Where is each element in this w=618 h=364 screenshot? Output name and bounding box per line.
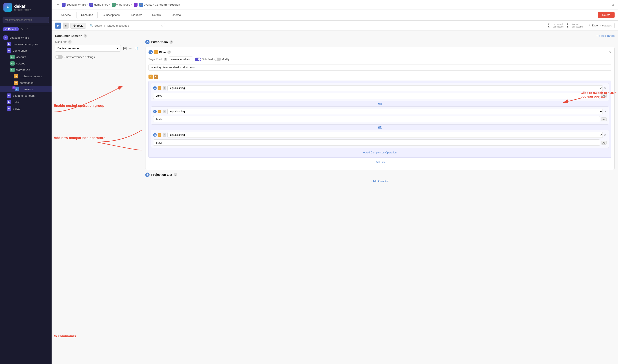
sidebar-logo: ✦ dekaf for Apache Pulsar™ [0, 0, 52, 15]
mini-grid-1[interactable]: ⠿ [163, 86, 166, 90]
aa-badge-2[interactable]: Aa [601, 117, 607, 121]
modify-label: Modify [222, 58, 229, 61]
p-badge: P [13, 86, 15, 89]
consumer-session-help[interactable]: ? [84, 34, 87, 38]
op-badge-orange[interactable]: ■ [154, 75, 158, 79]
search-input[interactable] [94, 24, 161, 27]
default-badge[interactable]: ⬡ Default [3, 27, 19, 31]
comp-close-1[interactable]: ✕ [604, 86, 607, 90]
or-separator-1[interactable]: OR [151, 103, 609, 105]
start-from-doc-icon[interactable]: 📄 [134, 46, 138, 51]
add-comp-op-button[interactable]: + Add Comparison Operation [151, 150, 609, 155]
target-field-row: Target Field ? message value ▾ Sub. fiel… [148, 56, 611, 62]
advanced-toggle-switch[interactable] [55, 55, 63, 59]
filter-header: ⏻ ! Filter ? ⠿ ✕ [148, 50, 611, 54]
sidebar-item-beautiful-whale[interactable]: te Beautiful Whale [0, 34, 52, 41]
mini-power-2[interactable]: ⏻ [153, 110, 157, 113]
mini-warn-1[interactable]: ! [158, 86, 161, 90]
mini-grid-2[interactable]: ⠿ [163, 110, 166, 113]
drag-handle-icon[interactable]: ⠿ [605, 51, 607, 54]
sub-field-label: Sub. field [202, 58, 213, 61]
comp-value-input-3[interactable] [153, 140, 600, 146]
search-clear-icon[interactable]: ✕ [161, 24, 163, 27]
field-path-input[interactable] [148, 64, 611, 71]
mini-power-1[interactable]: ⏻ [153, 86, 157, 90]
sidebar-item-events[interactable]: P to events [0, 86, 52, 92]
mini-grid-3[interactable]: ⠿ [163, 133, 166, 137]
add-target-label: + Add Target [599, 34, 615, 37]
comp-op-select-3[interactable]: equals string [167, 132, 603, 138]
tab-producers[interactable]: Producers [125, 11, 147, 19]
comp-close-2[interactable]: ✕ [604, 110, 607, 113]
filter-power[interactable]: ⏻ [148, 50, 153, 54]
processed-count: 0 [548, 22, 549, 26]
tab-overview[interactable]: Overview [55, 11, 76, 19]
modify-switch[interactable] [214, 58, 221, 61]
sidebar-item-label: events [25, 88, 33, 91]
comp-close-3[interactable]: ✕ [604, 133, 607, 137]
bc-beautiful-whale[interactable]: Beautiful Whale [66, 3, 86, 6]
sidebar-item-catalog[interactable]: ns catalog [0, 60, 52, 67]
filter-chain-power[interactable]: ⏻ [145, 40, 150, 44]
comp-op-select-2[interactable]: equals string [167, 109, 603, 114]
comp-op-select-1[interactable]: equals string [167, 85, 603, 91]
te-icon: te [7, 48, 11, 53]
tab-schema[interactable]: Schema [166, 11, 185, 19]
sidebar-item-public[interactable]: te public [0, 99, 52, 105]
delete-button[interactable]: Delete [598, 12, 615, 18]
sidebar-item-pulsar[interactable]: te pulsar [0, 105, 52, 112]
sidebar-item-warehouse[interactable]: ns warehouse [0, 67, 52, 73]
sidebar-item-account[interactable]: ns account [0, 54, 52, 60]
start-from-help[interactable]: ? [68, 40, 72, 44]
start-from-select[interactable]: Earliest message ▾ [55, 45, 121, 52]
export-button[interactable]: ⬇ Export messages [586, 23, 615, 28]
aa-badge-1[interactable]: Aa [601, 94, 607, 98]
sidebar-item-change-events[interactable]: to __change_events [0, 73, 52, 79]
tab-details[interactable]: Details [148, 11, 165, 19]
filter-chain-help[interactable]: ? [169, 40, 173, 44]
sub-field-switch[interactable] [195, 58, 201, 61]
aa-badge-3[interactable]: Aa [601, 141, 607, 145]
start-from-save-icon[interactable]: 💾 [122, 46, 127, 51]
sidebar-default-close[interactable]: ✕ [21, 27, 24, 31]
topic-search-input[interactable] [3, 17, 49, 23]
start-from-edit-icon[interactable]: ✏ [129, 46, 132, 51]
add-target-button[interactable]: + + Add Target [596, 34, 615, 37]
add-filter-button[interactable]: + Add Filter [148, 159, 611, 165]
mini-warn-3[interactable]: ! [158, 133, 161, 137]
filter-help[interactable]: ? [167, 51, 171, 54]
add-projection-button[interactable]: + Add Projection [145, 179, 615, 184]
add-comp-op-label: + Add Comparison Operation [363, 151, 397, 154]
mini-power-3[interactable]: ⏻ [153, 133, 157, 137]
bc-events[interactable]: events [144, 3, 152, 6]
comp-value-input-2[interactable] [153, 116, 600, 122]
projection-power[interactable]: ⏻ [145, 172, 150, 177]
sidebar-default-expand[interactable]: ⤢ [26, 27, 28, 31]
or-separator-2[interactable]: OR [151, 126, 609, 129]
bc-demo-shop[interactable]: demo-shop [94, 3, 108, 6]
sidebar-item-label: warehouse [16, 68, 30, 72]
sidebar-item-label: demo-shop [13, 49, 27, 52]
comp-value-input-1[interactable] [153, 93, 600, 99]
tools-button[interactable]: ⚙ Tools [70, 23, 86, 29]
sidebar-item-commands[interactable]: to commands [0, 79, 52, 86]
target-field-select[interactable]: message value ▾ [169, 56, 193, 62]
stop-button[interactable]: ■ [63, 23, 69, 29]
comp-op-bmw: ⏻ ! ⠿ equals string ✕ Aa [151, 130, 609, 148]
logo-icon: ✦ [3, 3, 12, 12]
comp-op-header-1: ⏻ ! ⠿ equals string ✕ [153, 85, 607, 91]
projection-help[interactable]: ? [174, 173, 177, 176]
tab-subscriptions[interactable]: Subscriptions [98, 11, 124, 19]
bc-warehouse[interactable]: warehouse [116, 3, 130, 6]
sidebar-item-demo-shop[interactable]: te demo-shop [0, 47, 52, 54]
sidebar-item-ecommerce-team[interactable]: te ecommerce-team [0, 92, 52, 99]
target-field-help[interactable]: ? [164, 58, 167, 61]
mini-warn-2[interactable]: ! [158, 110, 161, 113]
start-from-row: Earliest message ▾ 💾 ✏ 📄 [55, 45, 138, 52]
play-button[interactable]: ▶ [55, 23, 61, 29]
tab-consume[interactable]: Consume [77, 11, 98, 19]
sidebar-item-demo-schema-types[interactable]: te demo-schema-types [0, 41, 52, 47]
filter-close-icon[interactable]: ✕ [609, 51, 611, 54]
show-advanced-toggle[interactable]: Show advanced settings [55, 55, 138, 59]
op-badge-yellow[interactable]: ! [148, 75, 153, 79]
